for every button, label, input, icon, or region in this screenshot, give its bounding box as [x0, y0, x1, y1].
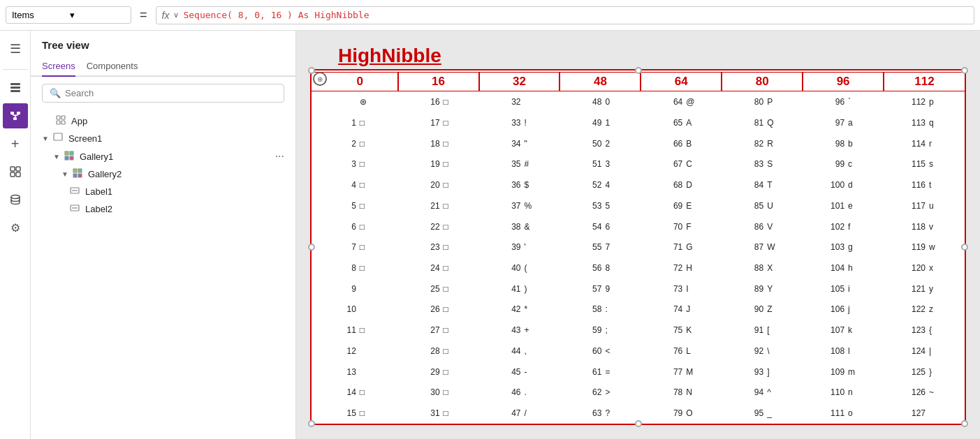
- char-cell: ;: [604, 325, 616, 335]
- items-dropdown[interactable]: Items ▾: [6, 6, 131, 24]
- svg-rect-25: [73, 174, 77, 177]
- sidebar-icons: ☰ + ⚙: [0, 31, 31, 439]
- char-cell: M: [685, 367, 697, 377]
- handle-bm[interactable]: [635, 420, 642, 427]
- num-cell: 97: [827, 118, 847, 128]
- char-cell: +: [522, 325, 535, 335]
- num-cell: 5: [339, 201, 358, 211]
- data-icon-btn[interactable]: [3, 187, 28, 212]
- component-icon-btn[interactable]: [3, 159, 28, 184]
- handle-tl[interactable]: [308, 67, 315, 74]
- num-cell: 83: [746, 159, 766, 169]
- char-cell: □: [358, 139, 371, 149]
- formula-bar[interactable]: fx ∨ Sequence( 8, 0, 16 ) As HighNibble: [156, 6, 974, 24]
- data-cell: 13: [312, 362, 398, 382]
- data-cell: 8□: [312, 258, 398, 278]
- data-cell: 113q: [884, 112, 965, 133]
- data-cell: 557: [560, 237, 641, 258]
- svg-rect-20: [70, 151, 73, 155]
- char-cell: □: [358, 222, 371, 232]
- char-cell: □: [442, 222, 455, 232]
- char-cell: c: [847, 159, 859, 169]
- char-cell: □: [442, 97, 455, 107]
- handle-tm[interactable]: [635, 67, 642, 74]
- tree-item-screen1[interactable]: ▼ Screen1: [31, 130, 295, 147]
- data-cell: 35#: [479, 154, 560, 175]
- char-cell: G: [685, 242, 697, 252]
- tree-item-app[interactable]: App: [31, 112, 295, 130]
- num-cell: 32: [503, 97, 522, 107]
- search-input[interactable]: [65, 88, 277, 98]
- data-cell: 102f: [803, 216, 884, 237]
- num-cell: 11: [339, 325, 358, 335]
- char-cell: <: [604, 346, 616, 356]
- num-cell: 31: [423, 408, 442, 418]
- num-cell: 48: [584, 97, 604, 107]
- gallery-table-wrapper: 0 16 32 48 64 80 96 112 ⊛16□3248064@80P9…: [312, 70, 965, 424]
- handle-mr[interactable]: [961, 244, 968, 251]
- char-cell: 5: [604, 201, 616, 211]
- handle-ml[interactable]: [308, 244, 315, 251]
- tab-screens[interactable]: Screens: [42, 57, 75, 77]
- data-cell: 94^: [722, 382, 803, 403]
- num-cell: 61: [584, 367, 604, 377]
- data-cell: 65A: [641, 112, 722, 133]
- handle-tr[interactable]: [961, 67, 968, 74]
- char-cell: ⊛: [358, 97, 371, 107]
- screen1-label: Screen1: [68, 133, 102, 144]
- data-cell: 4□: [312, 174, 398, 195]
- data-cell: 27□: [398, 320, 479, 341]
- data-cell: 46.: [479, 382, 560, 403]
- char-cell: r: [928, 139, 940, 149]
- char-cell: □: [442, 408, 455, 418]
- hamburger-icon-btn[interactable]: ☰: [3, 36, 28, 61]
- num-cell: 26: [423, 304, 442, 314]
- tree-item-gallery2[interactable]: ▼ Gallery2: [31, 165, 295, 183]
- data-cell: 12: [312, 341, 398, 362]
- char-cell: w: [928, 242, 940, 252]
- handle-br[interactable]: [961, 420, 968, 427]
- num-cell: 84: [746, 180, 766, 190]
- tree-item-label1[interactable]: Label1: [31, 183, 295, 200]
- char-cell: ): [522, 284, 535, 294]
- data-cell: 79O: [641, 403, 722, 424]
- data-cell: 108l: [803, 341, 884, 362]
- char-cell: □: [358, 159, 371, 169]
- settings-icon-btn[interactable]: ⚙: [3, 215, 28, 240]
- table-row: 7□23□39'55771G87W103g119w: [312, 237, 965, 258]
- char-cell: y: [928, 284, 940, 294]
- num-cell: 42: [503, 304, 522, 314]
- data-cell: 95_: [722, 403, 803, 424]
- char-cell: 6: [604, 222, 616, 232]
- tree-item-label2[interactable]: Label2: [31, 200, 295, 218]
- num-cell: 9: [339, 284, 358, 294]
- char-cell: !: [522, 118, 535, 128]
- data-icon: [9, 193, 22, 206]
- tree-icon: [9, 110, 22, 122]
- gallery1-more[interactable]: ···: [275, 150, 284, 163]
- svg-rect-19: [65, 151, 68, 155]
- data-cell: 97a: [803, 112, 884, 133]
- char-cell: q: [928, 118, 940, 128]
- num-cell: 23: [423, 242, 442, 252]
- data-cell: 105i: [803, 278, 884, 299]
- svg-rect-0: [10, 83, 20, 85]
- char-cell: k: [847, 325, 859, 335]
- data-cell: 84T: [722, 174, 803, 195]
- data-cell: 89Y: [722, 278, 803, 299]
- add-icon-btn[interactable]: +: [3, 131, 28, 156]
- tab-components[interactable]: Components: [87, 57, 138, 77]
- data-cell: 37%: [479, 195, 560, 216]
- data-cell: 81Q: [722, 112, 803, 133]
- layers-icon-btn[interactable]: [3, 75, 28, 101]
- data-cell: 491: [560, 112, 641, 133]
- num-cell: 113: [908, 118, 928, 128]
- char-cell: h: [847, 263, 859, 273]
- num-cell: 36: [503, 180, 522, 190]
- num-cell: 117: [908, 201, 928, 211]
- handle-bl[interactable]: [308, 420, 315, 427]
- gallery-wrapper[interactable]: ⊕ 0 16 32 48 64 80 96 112: [310, 69, 966, 425]
- tree-icon-btn[interactable]: [3, 103, 28, 128]
- tree-item-gallery1[interactable]: ▼ Gallery1 ···: [31, 147, 295, 165]
- data-cell: 121y: [884, 278, 965, 299]
